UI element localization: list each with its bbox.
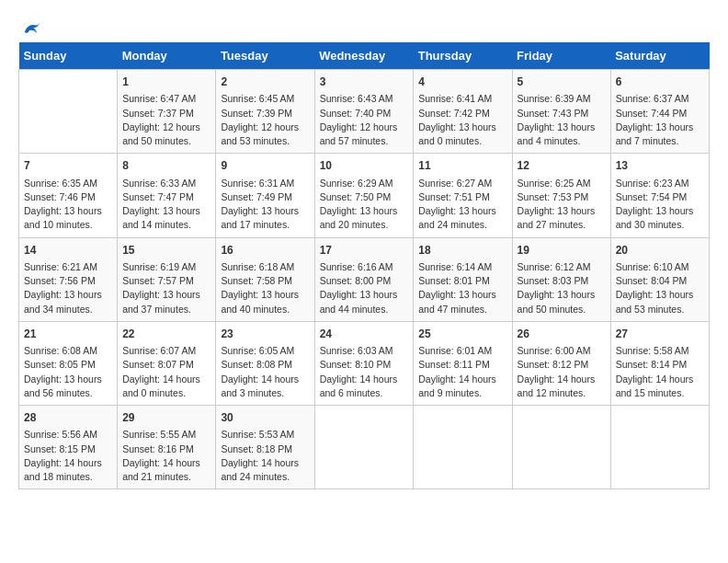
day-number: 22 bbox=[122, 327, 210, 342]
day-detail: Daylight: 12 hours bbox=[221, 121, 299, 132]
day-detail: Sunrise: 6:16 AM bbox=[320, 261, 393, 272]
day-detail: Daylight: 14 hours bbox=[221, 457, 299, 468]
day-detail: Sunset: 7:39 PM bbox=[221, 108, 292, 119]
day-detail: and 7 minutes. bbox=[616, 135, 679, 146]
calendar-cell: 26Sunrise: 6:00 AMSunset: 8:12 PMDayligh… bbox=[512, 321, 610, 405]
day-detail: Sunrise: 6:10 AM bbox=[616, 261, 689, 272]
day-detail: Sunrise: 6:03 AM bbox=[320, 345, 393, 356]
day-detail: Sunset: 7:50 PM bbox=[320, 191, 392, 202]
calendar-cell: 10Sunrise: 6:29 AMSunset: 7:50 PMDayligh… bbox=[314, 154, 414, 237]
day-detail: Sunset: 8:07 PM bbox=[122, 359, 194, 370]
logo bbox=[18, 18, 41, 39]
calendar-cell: 18Sunrise: 6:14 AMSunset: 8:01 PMDayligh… bbox=[414, 237, 512, 321]
calendar-cell bbox=[512, 406, 610, 489]
day-detail: Daylight: 13 hours bbox=[418, 289, 496, 300]
day-detail: Daylight: 13 hours bbox=[518, 121, 596, 132]
day-detail: Sunset: 7:51 PM bbox=[418, 191, 490, 202]
day-detail: Sunrise: 5:58 AM bbox=[616, 345, 689, 356]
day-detail: and 40 minutes. bbox=[221, 304, 290, 315]
day-detail: Sunset: 8:01 PM bbox=[418, 275, 490, 286]
day-detail: Sunset: 8:05 PM bbox=[24, 359, 96, 370]
calendar-cell bbox=[414, 406, 512, 489]
calendar-week-row: 1Sunrise: 6:47 AMSunset: 7:37 PMDaylight… bbox=[19, 70, 710, 154]
day-number: 23 bbox=[221, 327, 309, 342]
calendar-cell: 5Sunrise: 6:39 AMSunset: 7:43 PMDaylight… bbox=[512, 70, 610, 154]
calendar-table: SundayMondayTuesdayWednesdayThursdayFrid… bbox=[18, 42, 710, 489]
day-detail: Sunrise: 6:43 AM bbox=[320, 93, 393, 104]
calendar-cell: 6Sunrise: 6:37 AMSunset: 7:44 PMDaylight… bbox=[610, 70, 709, 154]
day-detail: Sunrise: 6:19 AM bbox=[122, 261, 196, 272]
day-number: 29 bbox=[122, 410, 210, 426]
day-detail: Daylight: 13 hours bbox=[221, 205, 299, 216]
day-detail: Daylight: 13 hours bbox=[616, 121, 694, 132]
calendar-cell: 13Sunrise: 6:23 AMSunset: 7:54 PMDayligh… bbox=[610, 154, 709, 237]
day-detail: and 20 minutes. bbox=[320, 219, 389, 230]
day-detail: Sunrise: 6:21 AM bbox=[24, 261, 97, 272]
day-detail: Daylight: 14 hours bbox=[122, 373, 200, 385]
day-detail: and 27 minutes. bbox=[518, 219, 586, 230]
calendar-header-friday: Friday bbox=[512, 42, 610, 70]
calendar-header-thursday: Thursday bbox=[414, 42, 512, 70]
calendar-cell: 29Sunrise: 5:55 AMSunset: 8:16 PMDayligh… bbox=[118, 406, 216, 489]
day-detail: Sunset: 8:04 PM bbox=[616, 275, 688, 286]
day-detail: and 44 minutes. bbox=[320, 304, 389, 315]
day-detail: Sunrise: 6:33 AM bbox=[122, 178, 196, 189]
day-detail: Sunset: 8:08 PM bbox=[221, 359, 292, 370]
day-detail: Daylight: 13 hours bbox=[24, 373, 102, 385]
calendar-header-wednesday: Wednesday bbox=[314, 42, 414, 70]
calendar-cell: 11Sunrise: 6:27 AMSunset: 7:51 PMDayligh… bbox=[414, 154, 512, 237]
calendar-cell: 14Sunrise: 6:21 AMSunset: 7:56 PMDayligh… bbox=[19, 237, 118, 321]
day-detail: Sunrise: 6:23 AM bbox=[616, 178, 689, 189]
day-detail: Sunrise: 5:55 AM bbox=[122, 429, 196, 440]
day-number: 18 bbox=[418, 243, 506, 259]
day-detail: and 15 minutes. bbox=[616, 387, 685, 398]
calendar-cell: 22Sunrise: 6:07 AMSunset: 8:07 PMDayligh… bbox=[118, 321, 216, 405]
calendar-cell: 9Sunrise: 6:31 AMSunset: 7:49 PMDaylight… bbox=[216, 154, 314, 237]
day-detail: Sunset: 7:57 PM bbox=[122, 275, 194, 286]
day-detail: Daylight: 14 hours bbox=[24, 457, 102, 468]
day-detail: and 56 minutes. bbox=[24, 387, 93, 398]
day-number: 17 bbox=[320, 243, 409, 259]
day-detail: Daylight: 13 hours bbox=[122, 289, 200, 300]
day-number: 3 bbox=[320, 75, 409, 90]
day-number: 27 bbox=[616, 327, 704, 342]
day-detail: Sunset: 8:12 PM bbox=[518, 359, 589, 370]
day-detail: Daylight: 13 hours bbox=[616, 205, 694, 216]
calendar-cell bbox=[610, 406, 709, 489]
day-number: 6 bbox=[616, 75, 704, 90]
day-number: 1 bbox=[122, 75, 210, 90]
day-number: 28 bbox=[24, 410, 112, 426]
day-detail: Sunrise: 6:45 AM bbox=[221, 93, 294, 104]
calendar-cell: 25Sunrise: 6:01 AMSunset: 8:11 PMDayligh… bbox=[414, 321, 512, 405]
day-detail: and 53 minutes. bbox=[221, 135, 290, 146]
day-number: 14 bbox=[24, 243, 112, 259]
day-number: 16 bbox=[221, 243, 309, 259]
day-number: 30 bbox=[221, 410, 309, 426]
day-detail: Sunset: 7:53 PM bbox=[518, 191, 589, 202]
day-detail: and 12 minutes. bbox=[518, 387, 586, 398]
day-detail: Daylight: 14 hours bbox=[320, 373, 398, 385]
day-number: 9 bbox=[221, 158, 309, 174]
day-detail: Sunset: 7:43 PM bbox=[518, 108, 589, 119]
day-detail: Sunrise: 6:01 AM bbox=[418, 345, 492, 356]
day-detail: Sunrise: 6:07 AM bbox=[122, 345, 196, 356]
calendar-header-sunday: Sunday bbox=[19, 42, 118, 70]
day-detail: Daylight: 13 hours bbox=[24, 205, 102, 216]
header bbox=[18, 18, 710, 39]
day-detail: Sunrise: 6:41 AM bbox=[418, 93, 492, 104]
day-detail: Daylight: 14 hours bbox=[418, 373, 496, 385]
day-detail: Daylight: 13 hours bbox=[221, 289, 299, 300]
day-detail: and 24 minutes. bbox=[418, 219, 487, 230]
day-detail: and 37 minutes. bbox=[122, 304, 191, 315]
day-detail: and 17 minutes. bbox=[221, 219, 290, 230]
day-detail: Daylight: 13 hours bbox=[320, 205, 398, 216]
day-detail: and 14 minutes. bbox=[122, 219, 191, 230]
day-detail: and 3 minutes. bbox=[221, 387, 284, 398]
day-number: 19 bbox=[518, 243, 606, 259]
day-detail: Sunrise: 6:27 AM bbox=[418, 178, 492, 189]
day-number: 10 bbox=[320, 158, 409, 174]
day-number: 7 bbox=[24, 158, 112, 174]
day-number: 5 bbox=[518, 75, 606, 90]
day-number: 20 bbox=[616, 243, 704, 259]
day-detail: Sunset: 8:14 PM bbox=[616, 359, 688, 370]
